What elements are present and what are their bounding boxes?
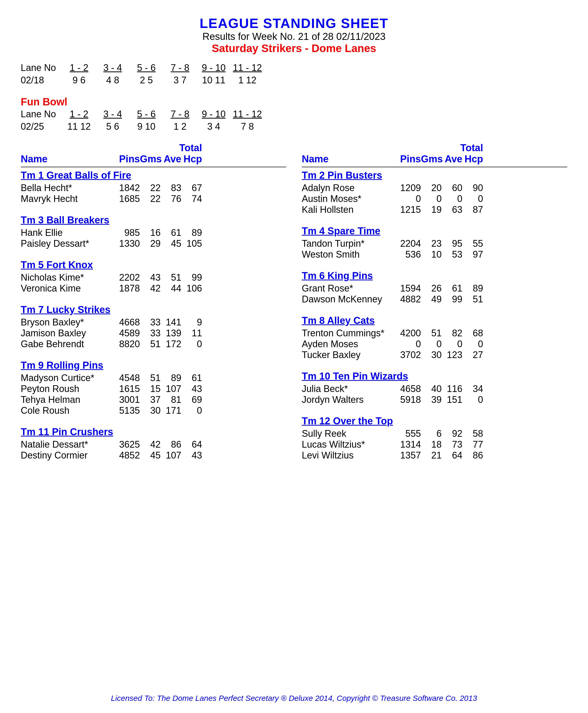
player-row: Julia Beck* 4658 40 116 34	[302, 384, 567, 394]
right-gms-header: Gms	[421, 153, 442, 165]
player-row: Bryson Baxley* 4668 33 141 9	[21, 317, 286, 328]
player-name: Bella Hecht*	[21, 182, 109, 193]
page-container: LEAGUE STANDING SHEET Results for Week N…	[21, 16, 567, 471]
team-2-name[interactable]: Tm 2 Pin Busters	[302, 170, 567, 181]
team-block-3: Tm 3 Ball Breakers Hank Ellie 985 16 61 …	[21, 215, 286, 249]
val-1-3: 2 5	[129, 75, 163, 86]
player-row: Jamison Baxley 4589 33 139 11	[21, 328, 286, 339]
player-ave: 61	[161, 227, 181, 238]
val-2-5: 3 4	[197, 121, 231, 132]
player-ave: 60	[442, 182, 462, 193]
player-hcp: 55	[462, 238, 483, 249]
schedule-date-2: 02/25	[21, 121, 62, 132]
player-gms: 6	[421, 428, 442, 439]
player-row: Grant Rose* 1594 26 61 89	[302, 283, 567, 294]
player-gms: 42	[140, 283, 161, 294]
player-pins: 4589	[109, 328, 140, 339]
player-ave: 63	[442, 204, 462, 215]
player-pins: 1357	[390, 450, 421, 461]
pair-2-6: 11 - 12	[231, 109, 264, 120]
player-pins: 4658	[390, 384, 421, 394]
player-ave: 45	[161, 238, 181, 249]
player-row: Austin Moses* 0 0 0 0	[302, 193, 567, 204]
player-gms: 20	[421, 182, 442, 193]
header-section: LEAGUE STANDING SHEET Results for Week N…	[21, 16, 567, 55]
player-ave: 123	[442, 349, 462, 360]
player-ave: 139	[161, 328, 181, 339]
player-ave: 81	[161, 394, 181, 405]
team-3-name[interactable]: Tm 3 Ball Breakers	[21, 215, 286, 226]
player-name: Sully Reek	[302, 428, 390, 439]
player-hcp: 89	[181, 227, 202, 238]
player-row: Veronica Kime 1878 42 44 106	[21, 283, 286, 294]
player-pins: 3001	[109, 394, 140, 405]
team-block-2: Tm 2 Pin Busters Adalyn Rose 1209 20 60 …	[302, 170, 567, 215]
team-8-name[interactable]: Tm 8 Alley Cats	[302, 315, 567, 326]
right-total-header: Total	[390, 143, 483, 153]
player-pins: 1330	[109, 238, 140, 249]
player-gms: 51	[421, 328, 442, 339]
player-ave: 116	[442, 384, 462, 394]
player-name: Jamison Baxley	[21, 328, 109, 339]
lane-no-label-2: Lane No	[21, 109, 62, 120]
team-12-name[interactable]: Tm 12 Over the Top	[302, 415, 567, 427]
player-row: Ayden Moses 0 0 0 0	[302, 339, 567, 349]
pair-1-3: 5 - 6	[129, 62, 163, 73]
team-6-name[interactable]: Tm 6 King Pins	[302, 270, 567, 281]
player-ave: 171	[161, 405, 181, 416]
player-hcp: 77	[462, 439, 483, 450]
val-2-1: 11 12	[62, 121, 96, 132]
player-pins: 5135	[109, 405, 140, 416]
player-row: Mavryk Hecht 1685 22 76 74	[21, 193, 286, 204]
player-row: Tucker Baxley 3702 30 123 27	[302, 349, 567, 360]
player-row: Hank Ellie 985 16 61 89	[21, 227, 286, 238]
left-gms-header: Gms	[140, 153, 161, 165]
player-ave: 92	[442, 428, 462, 439]
left-standings: Name Total Pins Gms Ave Hcp Tm 1 Great B…	[21, 143, 286, 471]
team-11-name[interactable]: Tm 11 Pin Crushers	[21, 426, 286, 437]
player-hcp: 69	[181, 394, 202, 405]
team-block-10: Tm 10 Ten Pin Wizards Julia Beck* 4658 4…	[302, 371, 567, 405]
player-gms: 0	[421, 193, 442, 204]
player-ave: 172	[161, 339, 181, 349]
player-ave: 151	[442, 394, 462, 405]
player-gms: 15	[140, 384, 161, 394]
player-hcp: 9	[181, 317, 202, 328]
pair-1-6: 11 - 12	[231, 62, 264, 73]
team-7-name[interactable]: Tm 7 Lucky Strikes	[21, 304, 286, 315]
team-1-name[interactable]: Tm 1 Great Balls of Fire	[21, 170, 286, 181]
left-ave-header: Ave	[161, 153, 181, 165]
player-pins: 0	[390, 193, 421, 204]
player-gms: 37	[140, 394, 161, 405]
team-10-name[interactable]: Tm 10 Ten Pin Wizards	[302, 371, 567, 382]
player-hcp: 0	[462, 193, 483, 204]
player-name: Levi Wiltzius	[302, 450, 390, 461]
player-hcp: 58	[462, 428, 483, 439]
player-gms: 26	[421, 283, 442, 294]
team-5-name[interactable]: Tm 5 Fort Knox	[21, 259, 286, 271]
player-gms: 51	[140, 372, 161, 384]
schedule-row-values-2: 02/25 11 12 5 6 9 10 1 2 3 4 7 8	[21, 121, 567, 132]
player-row: Destiny Cormier 4852 45 107 43	[21, 450, 286, 461]
player-gms: 29	[140, 238, 161, 249]
pair-1-4: 7 - 8	[163, 62, 197, 73]
player-name: Tandon Turpin*	[302, 238, 390, 249]
team-4-name[interactable]: Tm 4 Spare Time	[302, 225, 567, 237]
player-gms: 39	[421, 394, 442, 405]
pair-2-1: 1 - 2	[62, 109, 96, 120]
schedule-date-1: 02/18	[21, 75, 62, 86]
player-name: Jordyn Walters	[302, 394, 390, 405]
player-pins: 4852	[109, 450, 140, 461]
player-ave: 51	[161, 272, 181, 283]
player-gms: 16	[140, 227, 161, 238]
player-pins: 5918	[390, 394, 421, 405]
player-hcp: 86	[462, 450, 483, 461]
standings-section: Name Total Pins Gms Ave Hcp Tm 1 Great B…	[21, 143, 567, 471]
player-ave: 141	[161, 317, 181, 328]
val-1-1: 9 6	[62, 75, 96, 86]
team-9-name[interactable]: Tm 9 Rolling Pins	[21, 360, 286, 371]
player-name: Peyton Roush	[21, 384, 109, 394]
player-pins: 1209	[390, 182, 421, 193]
player-hcp: 67	[181, 182, 202, 193]
schedule-row-header-2: Lane No 1 - 2 3 - 4 5 - 6 7 - 8 9 - 10 1…	[21, 109, 567, 120]
